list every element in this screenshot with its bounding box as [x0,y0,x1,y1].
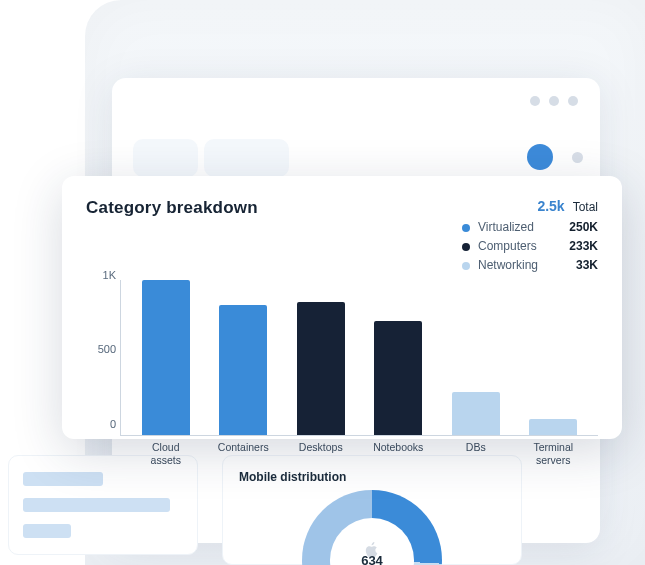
carousel-dot[interactable] [572,152,583,163]
donut-chart: 634 [302,490,442,565]
legend-name: Computers [478,237,550,256]
y-tick-label: 0 [110,418,116,430]
legend-dot [462,262,470,270]
bar-chart: 1K5000 CloudassetsContainersDesktopsNote… [86,280,598,462]
legend-total-label: Total [573,200,598,214]
bar[interactable] [219,305,267,435]
window-dot [568,96,578,106]
legend-name: Virtualized [478,218,550,237]
plot-area: CloudassetsContainersDesktopsNotebooksDB… [120,280,598,436]
bar-column [127,280,205,435]
category-label: DBs [437,441,515,467]
card-title: Category breakdown [86,198,258,218]
category-label: Notebooks [360,441,438,467]
window-dot [549,96,559,106]
donut-center-value: 634 [361,553,383,566]
mini-bar [23,498,170,512]
window-dot [530,96,540,106]
mobile-distribution-card: Mobile distribution 634 [222,455,522,565]
bar[interactable] [374,321,422,435]
legend-name: Networking [478,256,550,275]
bar-column [205,280,283,435]
mobile-distribution-title: Mobile distribution [239,470,505,484]
legend-total-value: 2.5k [537,198,564,214]
mini-card [8,455,198,555]
bar-column [282,280,360,435]
legend-value: 33K [558,256,598,275]
carousel-dot-active[interactable] [527,144,553,170]
bar-column [515,280,593,435]
category-breakdown-card: Category breakdown 2.5k Total Virtualize… [62,176,622,439]
mini-bar [23,472,103,486]
bar[interactable] [142,280,190,435]
legend: 2.5k Total Virtualized250KComputers233KN… [462,198,598,276]
legend-item[interactable]: Virtualized250K [462,218,598,237]
category-label: Terminalservers [515,441,593,467]
y-axis: 1K5000 [86,280,120,462]
legend-value: 233K [558,237,598,256]
bar[interactable] [452,392,500,435]
window-controls [530,96,578,106]
mini-bar [23,524,71,538]
category-label: Cloudassets [127,441,205,467]
category-label: Containers [205,441,283,467]
filter-chip[interactable] [204,139,289,177]
legend-value: 250K [558,218,598,237]
bar-column [360,280,438,435]
legend-dot [462,224,470,232]
y-tick-label: 1K [103,269,116,281]
legend-item[interactable]: Computers233K [462,237,598,256]
legend-dot [462,243,470,251]
bar[interactable] [297,302,345,435]
bar-column [437,280,515,435]
category-label: Desktops [282,441,360,467]
legend-item[interactable]: Networking33K [462,256,598,275]
filter-chip[interactable] [133,139,198,177]
bar[interactable] [529,419,577,435]
y-tick-label: 500 [98,343,116,355]
